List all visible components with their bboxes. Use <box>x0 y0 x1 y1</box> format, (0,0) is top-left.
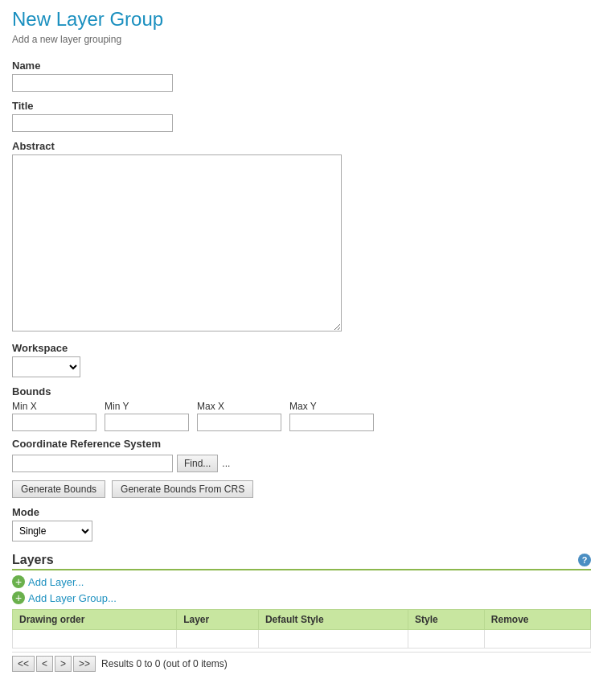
title-field-group: Title <box>12 100 591 132</box>
find-button[interactable]: Find... <box>177 455 218 472</box>
min-y-label: Min Y <box>105 401 189 412</box>
layers-table: Drawing order Layer Default Style Style … <box>12 609 591 649</box>
max-x-input[interactable] <box>197 414 281 431</box>
cell-style <box>408 630 485 649</box>
cell-remove <box>484 630 590 649</box>
layers-table-header-row: Drawing order Layer Default Style Style … <box>13 610 591 630</box>
mode-section: Mode Single <box>12 506 591 541</box>
generate-bounds-crs-button[interactable]: Generate Bounds From CRS <box>112 480 253 498</box>
mode-select[interactable]: Single <box>12 521 92 541</box>
last-page-button[interactable]: >> <box>73 656 96 672</box>
mode-label: Mode <box>12 506 591 518</box>
layers-table-body <box>13 630 591 649</box>
add-layer-text: Add Layer... <box>28 576 84 588</box>
cell-drawing-order <box>13 630 177 649</box>
min-x-label: Min X <box>12 401 96 412</box>
page-subtitle: Add a new layer grouping <box>12 34 591 45</box>
bounds-inputs-row: Min X Min Y Max X Max Y <box>12 401 591 431</box>
next-page-button[interactable]: > <box>55 656 72 672</box>
max-x-cell: Max X <box>197 401 281 431</box>
title-label: Title <box>12 100 591 112</box>
first-page-button[interactable]: << <box>12 656 35 672</box>
abstract-label: Abstract <box>12 140 591 152</box>
min-x-cell: Min X <box>12 401 96 431</box>
bounds-section: Bounds Min X Min Y Max X Max Y Coordinat… <box>12 385 591 498</box>
cell-layer <box>177 630 259 649</box>
add-layer-link[interactable]: + Add Layer... <box>12 575 591 588</box>
name-input[interactable] <box>12 74 173 92</box>
workspace-label: Workspace <box>12 342 591 354</box>
max-y-cell: Max Y <box>289 401 374 431</box>
name-field-group: Name <box>12 60 591 92</box>
col-style: Style <box>408 610 485 630</box>
add-layer-group-icon: + <box>12 591 25 604</box>
col-drawing-order: Drawing order <box>13 610 177 630</box>
min-x-input[interactable] <box>12 414 96 431</box>
max-y-label: Max Y <box>289 401 374 412</box>
min-y-cell: Min Y <box>105 401 189 431</box>
pagination-row: << < > >> Results 0 to 0 (out of 0 items… <box>12 652 591 675</box>
pagination-results: Results 0 to 0 (out of 0 items) <box>101 658 228 669</box>
abstract-textarea[interactable] <box>12 154 342 331</box>
crs-row: Find... ... <box>12 455 591 472</box>
crs-label: Coordinate Reference System <box>12 438 591 450</box>
crs-input[interactable] <box>12 455 173 472</box>
abstract-field-group: Abstract <box>12 140 591 334</box>
crs-dots-link[interactable]: ... <box>222 458 230 469</box>
generate-bounds-button[interactable]: Generate Bounds <box>12 480 105 498</box>
min-y-input[interactable] <box>105 414 189 431</box>
page-title: New Layer Group <box>12 8 591 31</box>
title-input[interactable] <box>12 114 173 132</box>
name-label: Name <box>12 60 591 72</box>
col-default-style: Default Style <box>258 610 408 630</box>
layers-header: Layers ? <box>12 553 591 570</box>
col-layer: Layer <box>177 610 259 630</box>
layers-title: Layers <box>12 553 54 567</box>
crs-field-group: Coordinate Reference System Find... ... <box>12 438 591 472</box>
add-layer-group-text: Add Layer Group... <box>28 592 117 604</box>
layers-table-head: Drawing order Layer Default Style Style … <box>13 610 591 630</box>
add-layer-group-link[interactable]: + Add Layer Group... <box>12 591 591 604</box>
generate-buttons-row: Generate Bounds Generate Bounds From CRS <box>12 480 591 498</box>
add-layer-icon: + <box>12 575 25 588</box>
layers-help-icon[interactable]: ? <box>578 554 591 566</box>
col-remove: Remove <box>484 610 590 630</box>
prev-page-button[interactable]: < <box>36 656 53 672</box>
workspace-field-group: Workspace <box>12 342 591 377</box>
max-y-input[interactable] <box>289 414 374 431</box>
workspace-select[interactable] <box>12 356 80 377</box>
table-row <box>13 630 591 649</box>
cell-default-style <box>258 630 408 649</box>
bounds-label: Bounds <box>12 385 591 397</box>
max-x-label: Max X <box>197 401 281 412</box>
